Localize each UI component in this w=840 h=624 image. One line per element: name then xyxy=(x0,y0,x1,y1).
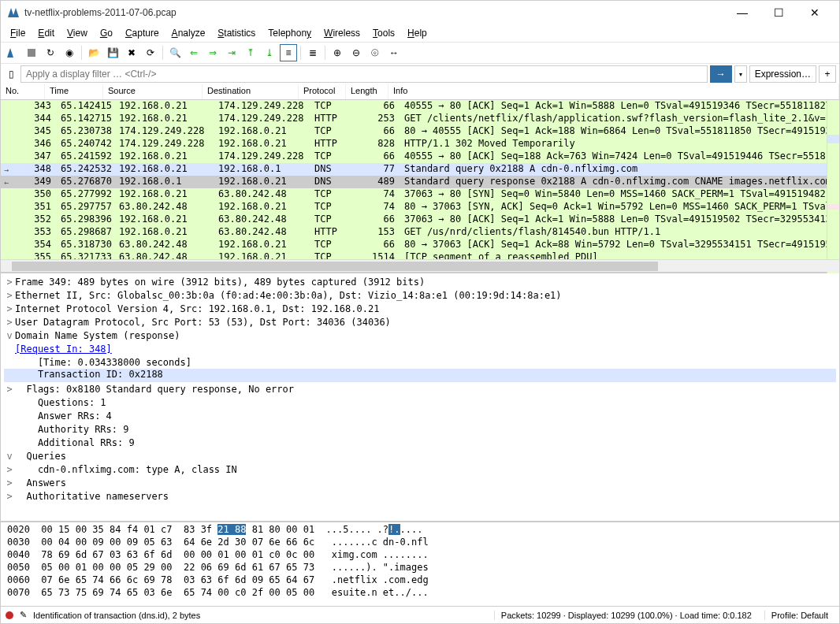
expert-info-icon[interactable] xyxy=(6,611,13,619)
hex-row[interactable]: 0050 05 00 01 00 00 05 29 00 22 06 69 6d… xyxy=(7,562,833,574)
packet-list-body[interactable]: 34365.142415192.168.0.21174.129.249.228T… xyxy=(1,100,839,259)
detail-line[interactable]: > Authoritative nameservers xyxy=(4,489,836,503)
autoscroll-icon[interactable]: ≡ xyxy=(280,44,297,61)
menu-view[interactable]: View xyxy=(61,26,94,40)
zoom-reset-icon[interactable]: ⦾ xyxy=(366,44,384,61)
menu-help[interactable]: Help xyxy=(401,26,433,40)
start-capture-icon[interactable] xyxy=(4,44,21,61)
last-icon[interactable]: ⤓ xyxy=(261,44,278,61)
window-title: tv-netflix-problems-2011-07-06.pcap xyxy=(24,7,724,18)
packet-list-header[interactable]: No. Time Source Destination Protocol Len… xyxy=(1,84,839,100)
detail-line[interactable]: > cdn-0.nflximg.com: type A, class IN xyxy=(4,462,836,476)
packet-row[interactable]: →34865.242532192.168.0.21192.168.0.1DNS7… xyxy=(1,163,839,176)
menu-go[interactable]: Go xyxy=(94,26,119,40)
menu-edit[interactable]: Edit xyxy=(32,26,61,40)
detail-line[interactable]: Answer RRs: 4 xyxy=(4,409,836,422)
add-filter-button[interactable]: + xyxy=(819,65,836,83)
detail-line[interactable]: Questions: 1 xyxy=(4,396,836,409)
menu-statistics[interactable]: Statistics xyxy=(211,26,262,40)
zoom-out-icon[interactable]: ⊖ xyxy=(348,44,365,61)
detail-line[interactable]: >Frame 349: 489 bytes on wire (3912 bits… xyxy=(4,275,836,288)
first-icon[interactable]: ⤒ xyxy=(242,44,259,61)
restart-capture-icon[interactable]: ↻ xyxy=(42,44,59,61)
detail-line[interactable]: >Internet Protocol Version 4, Src: 192.1… xyxy=(4,302,836,315)
col-length[interactable]: Length xyxy=(346,84,388,99)
status-profile[interactable]: Profile: Default xyxy=(764,611,834,620)
menu-file[interactable]: File xyxy=(4,26,32,40)
detail-line[interactable]: Additional RRs: 9 xyxy=(4,436,836,449)
maximize-button[interactable]: ☐ xyxy=(760,1,797,24)
status-field: Identification of transaction (dns.id), … xyxy=(33,611,488,620)
menu-telephony[interactable]: Telephony xyxy=(262,26,318,40)
col-destination[interactable]: Destination xyxy=(203,84,299,99)
find-icon[interactable]: 🔍 xyxy=(166,44,184,61)
stop-capture-icon[interactable] xyxy=(23,44,40,61)
bookmark-icon[interactable]: ▯ xyxy=(4,66,18,82)
col-info[interactable]: Info xyxy=(388,84,839,99)
detail-line[interactable]: Authority RRs: 9 xyxy=(4,422,836,436)
menu-capture[interactable]: Capture xyxy=(119,26,165,40)
col-protocol[interactable]: Protocol xyxy=(299,84,346,99)
titlebar: tv-netflix-problems-2011-07-06.pcap — ☐ … xyxy=(1,1,839,24)
hex-row[interactable]: 0060 07 6e 65 74 66 6c 69 78 03 63 6f 6d… xyxy=(7,574,833,587)
open-file-icon[interactable]: 📂 xyxy=(85,44,102,61)
packet-row[interactable]: 35365.298687192.168.0.2163.80.242.48HTTP… xyxy=(1,226,839,239)
filter-bar: ▯ → ▾ Expression… + xyxy=(1,64,839,84)
close-file-icon[interactable]: ✖ xyxy=(123,44,140,61)
statusbar: ✎ Identification of transaction (dns.id)… xyxy=(1,606,839,623)
packet-row[interactable]: 35165.29775763.80.242.48192.168.0.21TCP7… xyxy=(1,201,839,214)
hex-row[interactable]: 0030 00 04 00 09 00 09 05 63 64 6e 2d 30… xyxy=(7,537,833,549)
hex-row[interactable]: 0040 78 69 6d 67 03 63 6f 6d 00 00 01 00… xyxy=(7,549,833,562)
packet-row[interactable]: 35565.32173363.80.242.48192.168.0.21TCP1… xyxy=(1,251,839,259)
detail-line[interactable]: [Request In: 348] xyxy=(4,342,836,355)
packet-row[interactable]: 34365.142415192.168.0.21174.129.249.228T… xyxy=(1,100,839,113)
detail-line[interactable]: v Queries xyxy=(4,449,836,462)
menu-tools[interactable]: Tools xyxy=(366,26,401,40)
packet-minimap[interactable] xyxy=(827,100,839,273)
col-no[interactable]: No. xyxy=(1,84,45,99)
zoom-in-icon[interactable]: ⊕ xyxy=(329,44,346,61)
detail-line[interactable]: Transaction ID: 0x2188 xyxy=(4,369,836,382)
menu-wireless[interactable]: Wireless xyxy=(318,26,366,40)
close-button[interactable]: ✕ xyxy=(797,1,833,24)
packet-row[interactable]: 34565.230738174.129.249.228192.168.0.21T… xyxy=(1,125,839,138)
resize-cols-icon[interactable]: ↔ xyxy=(385,44,403,61)
display-filter-input[interactable] xyxy=(20,65,708,83)
svg-rect-0 xyxy=(28,49,35,57)
reload-icon[interactable]: ⟳ xyxy=(142,44,159,61)
minimize-button[interactable]: — xyxy=(724,1,760,24)
h-scrollbar[interactable] xyxy=(1,259,839,272)
packet-row[interactable]: 34765.241592192.168.0.21174.129.249.228T… xyxy=(1,150,839,163)
detail-line[interactable]: > Answers xyxy=(4,476,836,489)
hex-row[interactable]: 0020 00 15 00 35 84 f4 01 c7 83 3f 21 88… xyxy=(7,524,833,537)
packet-row[interactable]: 34665.240742174.129.249.228192.168.0.21H… xyxy=(1,138,839,150)
detail-line[interactable]: [Time: 0.034338000 seconds] xyxy=(4,355,836,369)
menubar: File Edit View Go Capture Analyze Statis… xyxy=(1,24,839,42)
packet-row[interactable]: 35065.277992192.168.0.2163.80.242.48TCP7… xyxy=(1,188,839,201)
packet-bytes-pane[interactable]: 0020 00 15 00 35 84 f4 01 c7 83 3f 21 88… xyxy=(1,522,839,606)
packet-details-pane[interactable]: >Frame 349: 489 bytes on wire (3912 bits… xyxy=(1,273,839,522)
prev-icon[interactable]: ⇐ xyxy=(185,44,203,61)
detail-line[interactable]: vDomain Name System (response) xyxy=(4,329,836,342)
expression-button[interactable]: Expression… xyxy=(749,65,816,83)
packet-row[interactable]: 35465.31873063.80.242.48192.168.0.21TCP6… xyxy=(1,239,839,251)
col-time[interactable]: Time xyxy=(45,84,103,99)
hex-row[interactable]: 0070 65 73 75 69 74 65 03 6e 65 74 00 c0… xyxy=(7,587,833,600)
packet-row[interactable]: ←34965.276870192.168.0.1192.168.0.21DNS4… xyxy=(1,176,839,188)
apply-filter-button[interactable]: → xyxy=(710,65,732,83)
filter-history-dropdown[interactable]: ▾ xyxy=(734,65,747,83)
edit-icon[interactable]: ✎ xyxy=(20,610,27,620)
packet-row[interactable]: 34465.142715192.168.0.21174.129.249.228H… xyxy=(1,113,839,125)
goto-icon[interactable]: ⇥ xyxy=(223,44,240,61)
colorize-icon[interactable]: ≣ xyxy=(304,44,322,61)
options-icon[interactable]: ◉ xyxy=(61,44,78,61)
menu-analyze[interactable]: Analyze xyxy=(165,26,212,40)
detail-line[interactable]: > Flags: 0x8180 Standard query response,… xyxy=(4,382,836,396)
save-file-icon[interactable]: 💾 xyxy=(104,44,121,61)
detail-line[interactable]: >User Datagram Protocol, Src Port: 53 (5… xyxy=(4,315,836,329)
packet-row[interactable]: 35265.298396192.168.0.2163.80.242.48TCP6… xyxy=(1,214,839,226)
next-icon[interactable]: ⇒ xyxy=(204,44,221,61)
detail-line[interactable]: >Ethernet II, Src: Globalsc_00:3b:0a (f0… xyxy=(4,288,836,302)
app-icon xyxy=(7,6,20,19)
col-source[interactable]: Source xyxy=(103,84,203,99)
